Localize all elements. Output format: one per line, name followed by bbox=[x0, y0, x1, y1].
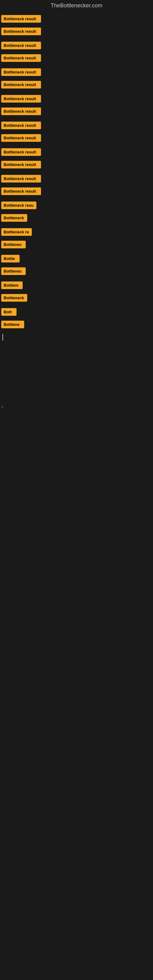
bottleneck-badge[interactable]: Bottleneck re bbox=[1, 228, 32, 236]
bottleneck-badge[interactable]: Bottlenec bbox=[1, 241, 26, 248]
bottleneck-badge[interactable]: Bottleneck result bbox=[1, 41, 41, 49]
list-item: Bottleneck result bbox=[1, 39, 153, 52]
bottleneck-badge[interactable]: Bottleneck result bbox=[1, 161, 41, 169]
bottleneck-badge[interactable]: Bottleneck resu bbox=[1, 202, 37, 209]
bottleneck-badge[interactable]: Bottleneck result bbox=[1, 188, 41, 195]
list-item: Bottleneck bbox=[1, 212, 153, 224]
list-item: Bottlene bbox=[1, 318, 153, 331]
list-item: Bottleneck result bbox=[1, 119, 153, 132]
bottleneck-badge[interactable]: Bottleneck result bbox=[1, 175, 41, 183]
list-item: Bottleneck result bbox=[1, 146, 153, 158]
list-item: Bottleneck resu bbox=[1, 199, 153, 212]
cursor-indicator bbox=[2, 334, 3, 340]
site-title-container: TheBottlenecker.com bbox=[0, 0, 153, 13]
list-item: Bottlenec bbox=[1, 265, 153, 277]
bottleneck-badge[interactable]: Bottleneck result bbox=[1, 54, 41, 62]
list-item: Bottleneck bbox=[1, 291, 153, 304]
list-item: Bottleneck result bbox=[1, 172, 153, 185]
list-item: Bottleneck result bbox=[1, 78, 153, 91]
list-item: Bottleneck result bbox=[1, 185, 153, 197]
bottleneck-badge[interactable]: Bottlene bbox=[1, 321, 24, 328]
bottleneck-badge[interactable]: Bottleneck result bbox=[1, 27, 41, 35]
list-item: Bott bbox=[1, 305, 153, 318]
bottleneck-badge[interactable]: Bottleneck result bbox=[1, 122, 41, 129]
bottleneck-badge[interactable]: Bottleneck bbox=[1, 294, 27, 302]
items-container: Bottleneck resultBottleneck resultBottle… bbox=[0, 13, 153, 340]
site-title: TheBottlenecker.com bbox=[0, 0, 153, 13]
bottleneck-badge[interactable]: Bottleneck result bbox=[1, 15, 41, 23]
list-item: Bottleneck result bbox=[1, 92, 153, 105]
footer-area: c bbox=[0, 344, 153, 466]
bottleneck-badge[interactable]: Bottleneck bbox=[1, 214, 27, 222]
bottleneck-badge[interactable]: Bottleneck result bbox=[1, 81, 41, 89]
list-item: Bottleneck result bbox=[1, 52, 153, 64]
list-item: Bottleneck result bbox=[1, 132, 153, 144]
list-item: Bottleneck result bbox=[1, 66, 153, 78]
bottleneck-badge[interactable]: Bottleneck result bbox=[1, 95, 41, 103]
list-item: Bottleneck result bbox=[1, 158, 153, 171]
list-item: Bottleneck result bbox=[1, 105, 153, 118]
bottleneck-badge[interactable]: Bottleneck result bbox=[1, 134, 41, 142]
list-item: Bottlem bbox=[1, 279, 153, 291]
list-item: Bottle bbox=[1, 252, 153, 265]
bottleneck-badge[interactable]: Bottlenec bbox=[1, 267, 26, 275]
list-item: Bottleneck re bbox=[1, 226, 153, 238]
bottleneck-badge[interactable]: Bottleneck result bbox=[1, 68, 41, 76]
list-item: Bottleneck result bbox=[1, 13, 153, 25]
list-item: Bottlenec bbox=[1, 238, 153, 251]
list-item: Bottleneck result bbox=[1, 25, 153, 38]
bottleneck-badge[interactable]: Bottleneck result bbox=[1, 108, 41, 115]
bottleneck-badge[interactable]: Bottlem bbox=[1, 282, 22, 289]
bottleneck-badge[interactable]: Bott bbox=[1, 308, 16, 316]
footer-char: c bbox=[2, 405, 3, 409]
bottleneck-badge[interactable]: Bottle bbox=[1, 255, 19, 262]
bottleneck-badge[interactable]: Bottleneck result bbox=[1, 148, 41, 156]
